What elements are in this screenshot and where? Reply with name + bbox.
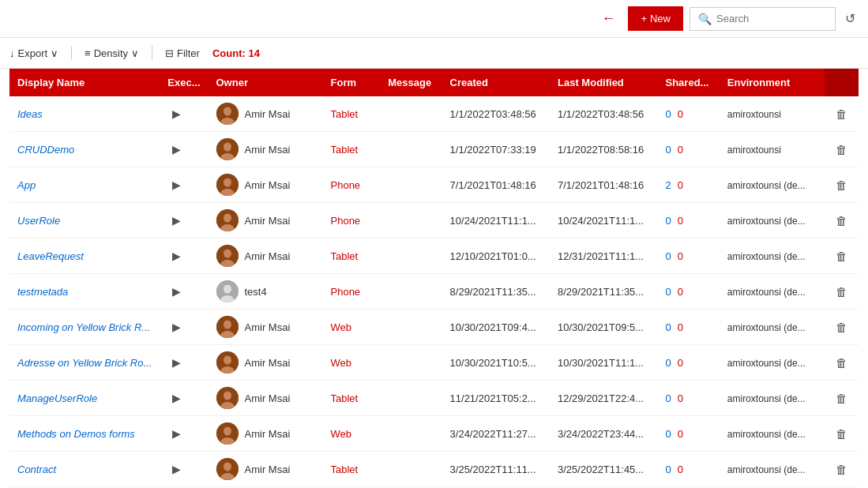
delete-button[interactable]: 🗑 xyxy=(832,355,851,371)
col-environment[interactable]: Environment xyxy=(720,69,825,96)
delete-button[interactable]: 🗑 xyxy=(832,319,851,336)
app-name-link[interactable]: Incoming on Yellow Brick R... xyxy=(17,321,150,333)
new-button[interactable]: + New xyxy=(628,6,683,31)
new-button-label: New xyxy=(650,13,671,24)
cell-owner: Amir Msai xyxy=(209,96,323,132)
environment-name: amiroxtounsi xyxy=(727,109,781,120)
svg-point-1 xyxy=(224,107,231,116)
app-name-link[interactable]: UserRole xyxy=(17,215,60,227)
col-exec[interactable]: Exec... xyxy=(160,69,208,96)
shared-blue-count: 0 xyxy=(666,250,671,262)
cell-form: Phone xyxy=(323,203,381,238)
cell-environment: amiroxtounsi (de... xyxy=(720,452,825,487)
app-name-link[interactable]: ManageUserRole xyxy=(17,392,97,404)
app-name-link[interactable]: App xyxy=(17,179,36,191)
export-icon: ↓ xyxy=(9,47,15,59)
col-form[interactable]: Form xyxy=(323,69,381,96)
filter-button[interactable]: ⊟ Filter xyxy=(165,47,200,59)
count-label: Count: 14 xyxy=(212,47,260,59)
play-button[interactable]: ▶ xyxy=(167,212,186,228)
col-display-name[interactable]: Display Name xyxy=(9,69,160,96)
app-name-link[interactable]: LeaveRequest xyxy=(17,250,84,262)
cell-actions: 🗑 xyxy=(825,381,859,416)
play-button[interactable]: ▶ xyxy=(167,355,186,370)
play-button[interactable]: ▶ xyxy=(167,177,186,193)
environment-name: amiroxtounsi (de... xyxy=(727,464,806,475)
cell-name: Incoming on Yellow Brick R... xyxy=(9,310,160,345)
cell-message xyxy=(380,452,442,487)
app-name-link[interactable]: CRUDDemo xyxy=(17,144,74,156)
export-label: Export xyxy=(18,47,48,59)
cell-environment: amiroxtounsi xyxy=(720,96,825,132)
owner-name: Amir Msai xyxy=(245,357,291,369)
cell-owner: Amir Msai xyxy=(209,416,323,452)
cell-actions: 🗑 xyxy=(825,167,859,203)
play-button[interactable]: ▶ xyxy=(167,461,186,477)
cell-last-modified: 3/24/2022T23:44... xyxy=(550,416,657,452)
delete-button[interactable]: 🗑 xyxy=(832,426,851,442)
play-button[interactable]: ▶ xyxy=(167,390,186,406)
shared-blue-count: 2 xyxy=(666,179,671,191)
col-shared[interactable]: Shared... xyxy=(658,69,720,96)
filter-label: Filter xyxy=(177,47,200,59)
form-type: Web xyxy=(331,321,352,333)
cell-last-modified: 1/1/2022T03:48:56 xyxy=(550,96,657,132)
play-button[interactable]: ▶ xyxy=(167,283,186,299)
delete-button[interactable]: 🗑 xyxy=(832,390,851,407)
filter-bar: ↓ Export ∨ ≡ Density ∨ ⊟ Filter Count: 1… xyxy=(0,38,868,69)
col-last-modified[interactable]: Last Modified xyxy=(550,69,657,96)
table-row: UserRole ▶ Amir Msai Phone 10/24/2021T11… xyxy=(9,203,859,238)
shared-red-count: 0 xyxy=(678,250,683,262)
app-name-link[interactable]: Contract xyxy=(17,464,56,475)
svg-point-31 xyxy=(224,463,231,471)
refresh-button[interactable]: ↺ xyxy=(842,8,859,29)
table-row: Methods on Demos forms ▶ Amir Msai Web 3… xyxy=(9,416,859,452)
cell-created: 11/21/2021T05:2... xyxy=(442,381,550,416)
filter-icon: ⊟ xyxy=(165,47,174,59)
back-button[interactable]: ← xyxy=(595,7,622,30)
play-button[interactable]: ▶ xyxy=(167,319,186,335)
density-button[interactable]: ≡ Density ∨ xyxy=(85,47,139,59)
cell-form: Tablet xyxy=(323,452,381,487)
density-label: Density xyxy=(94,47,128,59)
table-row: CRUDDemo ▶ Amir Msai Tablet 1/1/2022T07:… xyxy=(9,132,859,167)
export-button[interactable]: ↓ Export ∨ xyxy=(9,47,58,59)
cell-owner: test4 xyxy=(209,274,323,310)
play-button[interactable]: ▶ xyxy=(167,426,186,441)
density-chevron-icon: ∨ xyxy=(131,47,139,59)
cell-environment: amiroxtounsi (de... xyxy=(720,381,825,416)
delete-button[interactable]: 🗑 xyxy=(832,177,851,193)
avatar xyxy=(216,387,239,409)
cell-form: Web xyxy=(323,345,381,381)
owner-name: Amir Msai xyxy=(245,392,291,404)
delete-button[interactable]: 🗑 xyxy=(832,461,851,478)
cell-form: Web xyxy=(323,416,381,452)
cell-form: Web xyxy=(323,310,381,345)
play-button[interactable]: ▶ xyxy=(167,248,186,264)
cell-last-modified: 10/24/2021T11:1... xyxy=(550,203,657,238)
delete-button[interactable]: 🗑 xyxy=(832,106,851,122)
delete-button[interactable]: 🗑 xyxy=(832,212,851,229)
cell-actions: 🗑 xyxy=(825,416,859,452)
app-name-link[interactable]: testmetada xyxy=(17,286,68,298)
shared-blue-count: 0 xyxy=(666,392,671,404)
app-name-link[interactable]: Methods on Demos forms xyxy=(17,428,135,440)
col-created[interactable]: Created xyxy=(442,69,550,96)
col-owner[interactable]: Owner xyxy=(209,69,323,96)
cell-environment: amiroxtounsi (de... xyxy=(720,274,825,310)
delete-button[interactable]: 🗑 xyxy=(832,141,851,158)
search-input[interactable] xyxy=(716,13,827,24)
delete-button[interactable]: 🗑 xyxy=(832,248,851,265)
cell-form: Tablet xyxy=(323,381,381,416)
owner-name: Amir Msai xyxy=(245,215,291,227)
play-button[interactable]: ▶ xyxy=(167,141,186,157)
svg-point-25 xyxy=(224,392,231,400)
col-message[interactable]: Message xyxy=(380,69,442,96)
app-name-link[interactable]: Adresse on Yellow Brick Ro... xyxy=(17,357,152,369)
cell-message xyxy=(380,345,442,381)
avatar xyxy=(216,280,239,302)
app-name-link[interactable]: Ideas xyxy=(17,108,43,120)
cell-created: 10/30/2021T10:5... xyxy=(442,345,550,381)
delete-button[interactable]: 🗑 xyxy=(832,283,851,300)
play-button[interactable]: ▶ xyxy=(167,106,186,122)
